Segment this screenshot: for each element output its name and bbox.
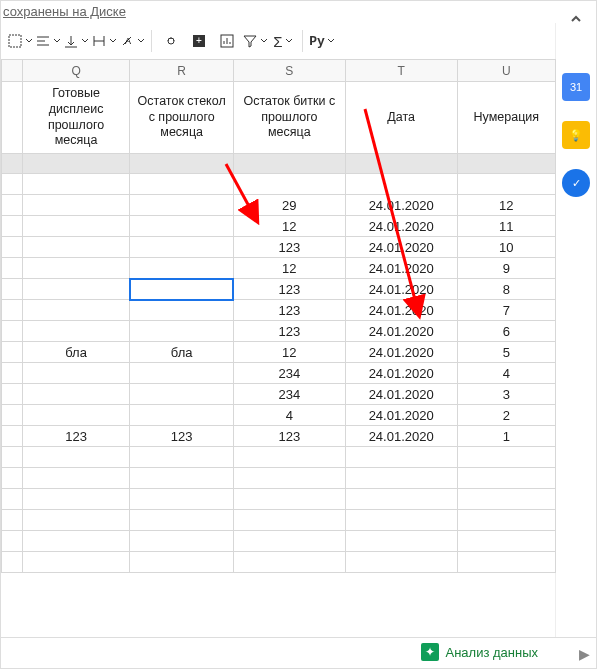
row-number[interactable] [2, 195, 23, 216]
insert-comment-button[interactable]: + [186, 28, 212, 54]
horizontal-align-button[interactable] [35, 28, 61, 54]
text-wrap-button[interactable] [91, 28, 117, 54]
cell-Q[interactable] [22, 552, 130, 573]
cell-Q[interactable] [22, 531, 130, 552]
cell-R[interactable] [130, 405, 234, 426]
cell-U[interactable] [457, 531, 555, 552]
cell-Q[interactable] [22, 405, 130, 426]
row-number[interactable] [2, 552, 23, 573]
insert-chart-button[interactable] [214, 28, 240, 54]
row-number[interactable] [2, 174, 23, 195]
cell-S[interactable]: 123 [233, 279, 345, 300]
cell-Q[interactable] [22, 195, 130, 216]
header-cell-S[interactable]: Остаток битки с прошлого месяца [233, 82, 345, 154]
cell-Q[interactable] [22, 279, 130, 300]
header-cell-Q[interactable]: Готовые дисплеис прошлого месяца [22, 82, 130, 154]
cell-T[interactable]: 24.01.2020 [345, 216, 457, 237]
save-status-link[interactable]: сохранены на Диске [3, 4, 126, 19]
cell-R[interactable] [130, 552, 234, 573]
cell-U[interactable] [457, 510, 555, 531]
cell-T[interactable]: 24.01.2020 [345, 237, 457, 258]
cell-Q[interactable] [22, 321, 130, 342]
cell-S[interactable]: 123 [233, 321, 345, 342]
row-number[interactable] [2, 363, 23, 384]
explore-button[interactable]: ✦ Анализ данных [413, 640, 546, 664]
row-number[interactable] [2, 237, 23, 258]
cell-T[interactable] [345, 174, 457, 195]
cell-S[interactable] [233, 447, 345, 468]
filter-button[interactable] [242, 28, 268, 54]
cell-Q[interactable] [22, 237, 130, 258]
cell-R[interactable] [130, 300, 234, 321]
cell-S[interactable]: 12 [233, 216, 345, 237]
row-number[interactable] [2, 405, 23, 426]
cell-U[interactable]: 5 [457, 342, 555, 363]
cell-R[interactable] [130, 363, 234, 384]
cell-R[interactable] [130, 258, 234, 279]
cell-U[interactable]: 3 [457, 384, 555, 405]
cell-Q[interactable] [22, 216, 130, 237]
cell-Q[interactable]: бла [22, 342, 130, 363]
cell-S[interactable] [233, 531, 345, 552]
cell-Q[interactable] [22, 363, 130, 384]
cell-T[interactable]: 24.01.2020 [345, 342, 457, 363]
cell-U[interactable]: 11 [457, 216, 555, 237]
select-all-cell[interactable] [2, 60, 23, 82]
row-number[interactable] [2, 468, 23, 489]
cell-R[interactable]: бла [130, 342, 234, 363]
cell-Q[interactable]: 123 [22, 426, 130, 447]
cell-R[interactable] [130, 489, 234, 510]
header-cell-T[interactable]: Дата [345, 82, 457, 154]
row-number[interactable] [2, 258, 23, 279]
vertical-align-button[interactable] [63, 28, 89, 54]
cell-S[interactable] [233, 489, 345, 510]
cell-U[interactable]: 2 [457, 405, 555, 426]
cell-U[interactable] [457, 447, 555, 468]
cell-S[interactable]: 12 [233, 342, 345, 363]
cell-U[interactable]: 10 [457, 237, 555, 258]
cell-T[interactable] [345, 510, 457, 531]
cell-S[interactable]: 123 [233, 237, 345, 258]
cell-R[interactable]: 123 [130, 426, 234, 447]
cell-R[interactable] [130, 174, 234, 195]
cell-T[interactable]: 24.01.2020 [345, 279, 457, 300]
cell-S[interactable] [233, 552, 345, 573]
row-number[interactable] [2, 300, 23, 321]
cell-Q[interactable] [22, 510, 130, 531]
row-number[interactable] [2, 531, 23, 552]
cell-S[interactable] [233, 174, 345, 195]
cell-Q[interactable] [22, 300, 130, 321]
cell-U[interactable]: 9 [457, 258, 555, 279]
cell-Q[interactable] [22, 489, 130, 510]
functions-button[interactable]: Σ [270, 28, 296, 54]
cell-U[interactable] [457, 468, 555, 489]
header-cell-U[interactable]: Нумерация [457, 82, 555, 154]
cell-T[interactable] [345, 489, 457, 510]
cell-R[interactable] [130, 510, 234, 531]
row-number[interactable] [2, 279, 23, 300]
cell-T[interactable] [345, 468, 457, 489]
row-number[interactable] [2, 321, 23, 342]
row-number[interactable] [2, 216, 23, 237]
cell-R[interactable] [130, 216, 234, 237]
col-header-U[interactable]: U [457, 60, 555, 82]
col-header-Q[interactable]: Q [22, 60, 130, 82]
row-number[interactable] [2, 384, 23, 405]
cell-T[interactable]: 24.01.2020 [345, 321, 457, 342]
cell-S[interactable]: 123 [233, 300, 345, 321]
calendar-icon[interactable]: 31 [562, 73, 590, 101]
cell-T[interactable] [345, 552, 457, 573]
cell-U[interactable]: 4 [457, 363, 555, 384]
col-header-S[interactable]: S [233, 60, 345, 82]
cell-T[interactable]: 24.01.2020 [345, 258, 457, 279]
cell-S[interactable] [233, 468, 345, 489]
cell-T[interactable]: 24.01.2020 [345, 426, 457, 447]
cell-S[interactable]: 234 [233, 363, 345, 384]
cell-T[interactable]: 24.01.2020 [345, 363, 457, 384]
cell-R[interactable] [130, 195, 234, 216]
cell-U[interactable] [457, 174, 555, 195]
cell-R[interactable] [130, 279, 234, 300]
cell-R[interactable] [130, 468, 234, 489]
cell-T[interactable]: 24.01.2020 [345, 384, 457, 405]
cell-T[interactable]: 24.01.2020 [345, 195, 457, 216]
